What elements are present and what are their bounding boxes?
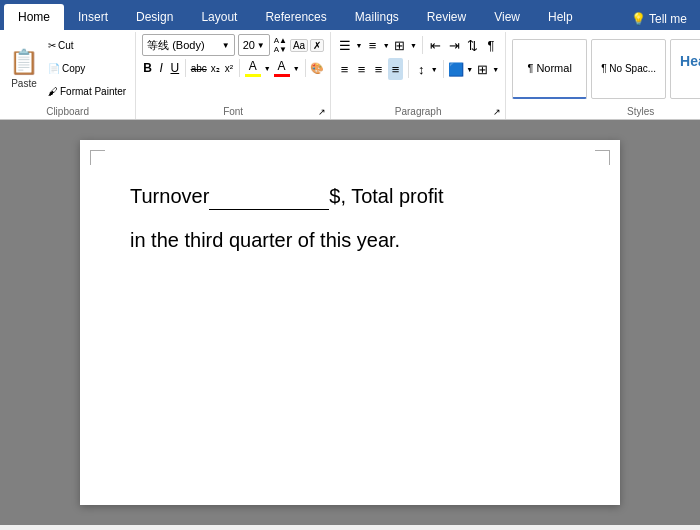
document-page[interactable]: Turnover$, Total profit in the third qua… bbox=[80, 140, 620, 505]
bullets-button[interactable]: ☰ bbox=[337, 34, 353, 56]
tab-design[interactable]: Design bbox=[122, 4, 187, 30]
font-selectors: 等线 (Body) ▼ 20 ▼ A▲ A▼ Aa ✗ bbox=[142, 34, 324, 56]
styles-row: ¶ Normal ¶ No Spac... Heading 1 ▲ ▼ ≡▼ bbox=[512, 34, 700, 103]
tab-mailings[interactable]: Mailings bbox=[341, 4, 413, 30]
subscript-button[interactable]: x₂ bbox=[210, 58, 221, 78]
tab-help[interactable]: Help bbox=[534, 4, 587, 30]
document-line-2: in the third quarter of this year. bbox=[130, 224, 570, 256]
align-center-button[interactable]: ≡ bbox=[354, 58, 369, 80]
font-size-steppers: A▲ A▼ bbox=[274, 37, 287, 54]
tab-layout[interactable]: Layout bbox=[187, 4, 251, 30]
tell-me-button[interactable]: 💡 Tell me bbox=[626, 10, 692, 28]
bullets-arrow[interactable]: ▼ bbox=[355, 42, 362, 49]
font-size-value: 20 bbox=[243, 39, 255, 51]
multilevel-arrow[interactable]: ▼ bbox=[410, 42, 417, 49]
style-heading1-button[interactable]: Heading 1 bbox=[670, 39, 700, 99]
highlight-icon: A bbox=[249, 59, 257, 73]
justify-button[interactable]: ≡ bbox=[388, 58, 403, 80]
format-painter-label: Format Painter bbox=[60, 86, 126, 97]
clipboard-group: 📋 Paste ✂ Cut 📄 Copy 🖌 Format Painter Cl… bbox=[0, 32, 136, 119]
font-group: 等线 (Body) ▼ 20 ▼ A▲ A▼ Aa ✗ B I bbox=[136, 32, 331, 119]
show-formatting-button[interactable]: ¶ bbox=[483, 34, 499, 56]
change-case-button[interactable]: Aa bbox=[290, 39, 308, 52]
italic-button[interactable]: I bbox=[156, 58, 167, 78]
styles-group-label: Styles bbox=[506, 106, 700, 117]
bold-button[interactable]: B bbox=[142, 58, 153, 78]
line1-suffix: $, Total profit bbox=[329, 185, 443, 207]
tab-review[interactable]: Review bbox=[413, 4, 480, 30]
font-separator-3 bbox=[305, 59, 306, 77]
font-separator-2 bbox=[239, 59, 240, 77]
highlight-color-bar bbox=[245, 74, 261, 77]
borders-button[interactable]: ⊞ bbox=[475, 58, 490, 80]
paste-button[interactable]: 📋 Paste bbox=[6, 34, 42, 103]
line-spacing-arrow[interactable]: ▼ bbox=[431, 66, 438, 73]
paste-icon: 📋 bbox=[9, 48, 39, 76]
font-color-bar bbox=[274, 74, 290, 77]
font-separator-1 bbox=[185, 59, 186, 77]
tab-bar: Home Insert Design Layout References Mai… bbox=[0, 0, 700, 30]
font-size-decrease[interactable]: A▼ bbox=[274, 46, 287, 54]
numbering-button[interactable]: ≡ bbox=[364, 34, 380, 56]
copy-label: Copy bbox=[62, 63, 85, 74]
font-color-button[interactable]: A bbox=[274, 59, 290, 77]
shading-button[interactable]: 🎨 bbox=[310, 58, 324, 78]
underline-button[interactable]: U bbox=[169, 58, 180, 78]
shading-fill-button[interactable]: 🟦 bbox=[448, 58, 464, 80]
style-normal-button[interactable]: ¶ Normal bbox=[512, 39, 587, 99]
page-corner-tl bbox=[90, 150, 105, 165]
bulb-icon: 💡 bbox=[631, 12, 646, 26]
ribbon: 📋 Paste ✂ Cut 📄 Copy 🖌 Format Painter Cl… bbox=[0, 30, 700, 120]
numbering-arrow[interactable]: ▼ bbox=[383, 42, 390, 49]
page-corner-tr bbox=[595, 150, 610, 165]
styles-group: ¶ Normal ¶ No Spac... Heading 1 ▲ ▼ ≡▼ S… bbox=[506, 32, 700, 119]
line-spacing-button[interactable]: ↕ bbox=[414, 58, 429, 80]
highlight-dropdown-arrow[interactable]: ▼ bbox=[264, 65, 271, 72]
blank-field[interactable] bbox=[209, 209, 329, 210]
style-nospace-label: ¶ No Spac... bbox=[601, 63, 656, 74]
para-sep-2 bbox=[408, 60, 409, 78]
font-case-buttons: Aa ✗ bbox=[290, 39, 324, 52]
align-left-button[interactable]: ≡ bbox=[337, 58, 352, 80]
increase-indent-button[interactable]: ⇥ bbox=[446, 34, 462, 56]
tell-me-label: Tell me bbox=[649, 12, 687, 26]
tab-insert[interactable]: Insert bbox=[64, 4, 122, 30]
font-size-increase[interactable]: A▲ bbox=[274, 37, 287, 45]
clear-formatting-button[interactable]: ✗ bbox=[310, 39, 324, 52]
tab-right-area: 💡 Tell me bbox=[626, 10, 700, 30]
font-color-dropdown-arrow[interactable]: ▼ bbox=[293, 65, 300, 72]
shading-fill-arrow[interactable]: ▼ bbox=[466, 66, 473, 73]
font-group-expand[interactable]: ↗ bbox=[318, 107, 326, 117]
style-nospace-button[interactable]: ¶ No Spac... bbox=[591, 39, 666, 99]
font-name-dropdown[interactable]: 等线 (Body) ▼ bbox=[142, 34, 235, 56]
paragraph-group-expand[interactable]: ↗ bbox=[493, 107, 501, 117]
sort-button[interactable]: ⇅ bbox=[464, 34, 480, 56]
tab-home[interactable]: Home bbox=[4, 4, 64, 30]
paragraph-group-label: Paragraph bbox=[331, 106, 505, 117]
multilevel-list-button[interactable]: ⊞ bbox=[392, 34, 408, 56]
cut-button[interactable]: ✂ Cut bbox=[45, 39, 129, 52]
copy-button[interactable]: 📄 Copy bbox=[45, 62, 129, 75]
copy-icon: 📄 bbox=[48, 63, 60, 74]
format-painter-button[interactable]: 🖌 Format Painter bbox=[45, 85, 129, 98]
decrease-indent-button[interactable]: ⇤ bbox=[428, 34, 444, 56]
strikethrough-button[interactable]: abc bbox=[191, 58, 207, 78]
borders-arrow[interactable]: ▼ bbox=[492, 66, 499, 73]
paragraph-group: ☰ ▼ ≡ ▼ ⊞ ▼ ⇤ ⇥ ⇅ ¶ ≡ ≡ ≡ ≡ ↕ ▼ bbox=[331, 32, 506, 119]
text-highlight-button[interactable]: A bbox=[245, 59, 261, 77]
tab-references[interactable]: References bbox=[251, 4, 340, 30]
document-content: Turnover$, Total profit in the third qua… bbox=[130, 180, 570, 256]
format-painter-icon: 🖌 bbox=[48, 86, 58, 97]
font-format-row: B I U abc x₂ x² A ▼ A ▼ 🎨 bbox=[142, 58, 324, 78]
superscript-button[interactable]: x² bbox=[223, 58, 234, 78]
para-sep-1 bbox=[422, 36, 423, 54]
line2-text: in the third quarter of this year. bbox=[130, 229, 400, 251]
align-right-button[interactable]: ≡ bbox=[371, 58, 386, 80]
font-size-arrow: ▼ bbox=[257, 41, 265, 50]
cut-label: Cut bbox=[58, 40, 74, 51]
font-size-dropdown[interactable]: 20 ▼ bbox=[238, 34, 270, 56]
tab-view[interactable]: View bbox=[480, 4, 534, 30]
ribbon-container: Home Insert Design Layout References Mai… bbox=[0, 0, 700, 120]
cut-icon: ✂ bbox=[48, 40, 56, 51]
style-normal-label: ¶ Normal bbox=[527, 62, 571, 74]
